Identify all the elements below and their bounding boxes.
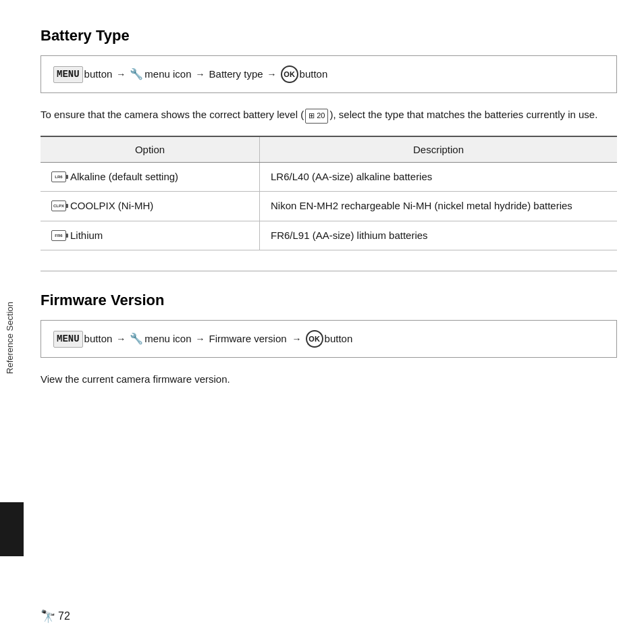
firmware-arrow-3: →: [292, 332, 302, 346]
table-header-option: Option: [41, 136, 260, 163]
table-row: CLPX COOLPIX (Ni-MH) Nikon EN-MH2 rechar…: [41, 192, 617, 221]
battery-icon-label-clpx: CLPX: [53, 204, 64, 208]
book-ref: ⊞ 20: [305, 109, 328, 124]
battery-icon-lr6: LR6: [51, 171, 66, 182]
wrench-icon: 🔧: [130, 66, 143, 82]
ok-button-icon: OK: [281, 65, 298, 83]
battery-type-nav-box: MENU button → 🔧 menu icon → Battery type…: [41, 55, 617, 93]
battery-icon-label-lr6: LR6: [55, 175, 62, 179]
sidebar-label: Reference Section: [0, 270, 19, 405]
option-cell-coolpix: CLPX COOLPIX (Ni-MH): [41, 192, 260, 221]
sidebar-text: Reference Section: [5, 302, 15, 374]
arrow-1: →: [116, 68, 126, 82]
nav-text-1: button: [84, 67, 113, 82]
battery-icon-label-fr6: FR6: [55, 234, 62, 238]
page-number: 72: [58, 610, 70, 622]
lithium-description: FR6/L91 (AA-size) lithium batteries: [260, 221, 617, 250]
alkaline-description: LR6/L40 (AA-size) alkaline batteries: [260, 162, 617, 192]
option-cell-alkaline: LR6 Alkaline (default setting): [41, 162, 260, 192]
table-row: LR6 Alkaline (default setting) LR6/L40 (…: [41, 162, 617, 192]
firmware-wrench-icon: 🔧: [130, 331, 143, 347]
nav-text-2: menu icon: [144, 67, 191, 82]
firmware-nav-text-4: button: [325, 331, 353, 347]
binoculars-icon: 🔭: [41, 609, 55, 624]
black-tab: [0, 502, 24, 556]
alkaline-label: Alkaline (default setting): [70, 169, 178, 185]
battery-options-table: Option Description LR6 Alkaline (default…: [41, 136, 617, 251]
coolpix-option-content: CLPX COOLPIX (Ni-MH): [51, 198, 248, 214]
firmware-title: Firmware Version: [41, 292, 617, 309]
firmware-nav-box: MENU button → 🔧 menu icon → Firmware ver…: [41, 320, 617, 358]
battery-type-title: Battery Type: [41, 27, 617, 45]
section-divider: [41, 271, 617, 271]
battery-icon-fr6: FR6: [51, 230, 66, 241]
battery-icon-clpx: CLPX: [51, 200, 66, 211]
firmware-nav-text-2: menu icon: [144, 331, 191, 347]
alkaline-option-content: LR6 Alkaline (default setting): [51, 169, 248, 185]
firmware-arrow-2: →: [196, 332, 205, 346]
arrow-3: →: [267, 68, 277, 82]
table-header-description: Description: [260, 136, 617, 163]
coolpix-description: Nikon EN-MH2 rechargeable Ni-MH (nickel …: [260, 192, 617, 221]
lithium-label: Lithium: [70, 228, 103, 244]
main-content: Battery Type MENU button → 🔧 menu icon →…: [41, 0, 617, 387]
firmware-menu-keyword: MENU: [53, 331, 83, 348]
desc-text-start: To ensure that the camera shows the corr…: [41, 109, 304, 120]
nav-text-4: button: [300, 67, 328, 82]
nav-text-3: Battery type: [209, 67, 263, 82]
arrow-2: →: [196, 68, 205, 82]
firmware-nav-text-3: Firmware version: [209, 331, 287, 347]
firmware-nav-text-1: button: [84, 331, 113, 347]
coolpix-label: COOLPIX (Ni-MH): [70, 198, 153, 214]
table-row: FR6 Lithium FR6/L91 (AA-size) lithium ba…: [41, 221, 617, 250]
menu-keyword: MENU: [53, 66, 83, 83]
footer: 🔭 72: [41, 609, 70, 624]
firmware-arrow-1: →: [116, 332, 126, 346]
lithium-option-content: FR6 Lithium: [51, 228, 248, 244]
option-cell-lithium: FR6 Lithium: [41, 221, 260, 250]
firmware-description: View the current camera firmware version…: [41, 371, 617, 387]
battery-type-description: To ensure that the camera shows the corr…: [41, 107, 617, 124]
firmware-ok-button-icon: OK: [306, 330, 323, 348]
desc-text-end: ), select the type that matches the batt…: [329, 109, 597, 120]
